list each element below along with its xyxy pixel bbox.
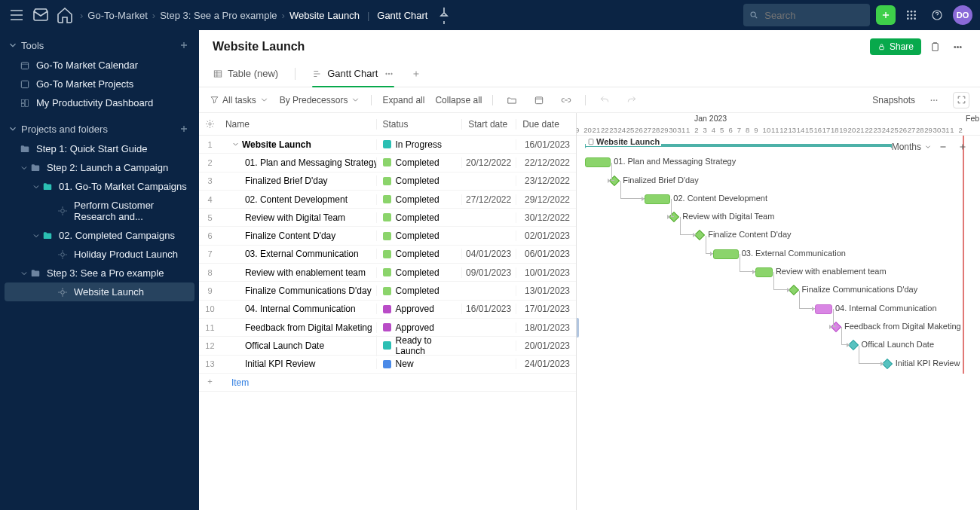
help-icon[interactable]	[927, 5, 947, 25]
sidebar-item-projects[interactable]: Go-To Market Projects	[0, 75, 199, 93]
search-input[interactable]	[743, 4, 870, 26]
start-date[interactable]: 16/01/2023	[461, 304, 516, 314]
task-name[interactable]: Initial KPI Review	[221, 359, 376, 369]
table-row[interactable]: 6Finalize Content D'dayCompleted02/01/20…	[199, 227, 576, 245]
add-item-row[interactable]: Item	[199, 374, 576, 392]
more-icon[interactable]	[948, 38, 966, 56]
gantt-milestone[interactable]	[694, 230, 705, 240]
sidebar-item-step3[interactable]: Step 3: See a Pro example	[0, 264, 199, 282]
task-name[interactable]: 03. External Communication	[221, 249, 376, 259]
task-name[interactable]: 04. Internal Communication	[221, 304, 376, 314]
task-status[interactable]: Approved	[376, 304, 462, 314]
table-row[interactable]: 8Review with enablement teamCompleted09/…	[199, 264, 576, 282]
task-status[interactable]: Ready to Launch	[376, 335, 462, 356]
table-row[interactable]: 1004. Internal CommunicationApproved16/0…	[199, 301, 576, 319]
sort-predecessors[interactable]: By Predecessors	[280, 95, 361, 105]
task-status[interactable]: Approved	[376, 322, 462, 333]
due-date[interactable]: 02/01/2023	[516, 231, 576, 241]
filter-tasks[interactable]: All tasks	[210, 95, 269, 105]
due-date[interactable]: 16/01/2023	[516, 139, 576, 150]
table-row[interactable]: 5Review with Digital TeamCompleted30/12/…	[199, 209, 576, 227]
sidebar-item-step2[interactable]: Step 2: Launch a Campaign	[0, 158, 199, 177]
expand-all[interactable]: Expand all	[382, 95, 424, 105]
table-row[interactable]: 11Feedback from Digital MaketingApproved…	[199, 319, 576, 337]
sidebar-item-campaigns[interactable]: 01. Go-To Market Campaigns	[0, 177, 199, 196]
sidebar-section-projects[interactable]: Projects and folders	[0, 118, 199, 139]
apps-icon[interactable]	[902, 5, 921, 25]
gantt-bar[interactable]	[585, 157, 611, 167]
task-name[interactable]: Offical Launch Date	[221, 341, 376, 351]
start-date[interactable]: 27/12/2022	[461, 194, 516, 205]
task-status[interactable]: Completed	[376, 267, 462, 278]
table-row[interactable]: 201. Plan and Messaging StrategyComplete…	[199, 154, 576, 172]
clipboard-icon[interactable]	[926, 38, 944, 56]
task-name[interactable]: Review with enablement team	[221, 267, 376, 278]
due-date[interactable]: 29/12/2022	[516, 194, 576, 205]
sidebar-item-step1[interactable]: Step 1: Quick Start Guide	[0, 139, 199, 158]
toolbar-more-icon[interactable]	[926, 92, 942, 108]
task-name[interactable]: Finalized Brief D'day	[221, 176, 376, 186]
gantt-bar[interactable]	[755, 267, 773, 277]
sidebar-item-completed-campaigns[interactable]: 02. Completed Campaigns	[0, 226, 199, 245]
table-row[interactable]: 703. External CommunicationCompleted04/0…	[199, 246, 576, 264]
inbox-icon[interactable]	[32, 6, 50, 24]
due-date[interactable]: 06/01/2023	[516, 249, 576, 259]
tab-more-icon[interactable]	[384, 69, 394, 79]
task-status[interactable]: Completed	[376, 212, 462, 223]
task-status[interactable]: Completed	[376, 157, 462, 168]
gantt-bar[interactable]	[815, 304, 832, 314]
tab-add[interactable]	[411, 60, 421, 87]
col-due[interactable]: Due date	[516, 119, 576, 130]
due-date[interactable]: 18/01/2023	[516, 322, 576, 333]
gantt-milestone[interactable]	[882, 358, 893, 368]
start-date[interactable]: 20/12/2022	[461, 157, 516, 168]
zoom-in-icon[interactable]	[954, 139, 971, 155]
collapse-all[interactable]: Collapse all	[435, 95, 482, 105]
undo-icon[interactable]	[596, 92, 613, 108]
table-row[interactable]: 12Offical Launch DateReady to Launch20/0…	[199, 337, 576, 355]
breadcrumb-1[interactable]: Go-To-Market	[87, 10, 147, 21]
gantt-bar[interactable]	[645, 194, 670, 204]
task-status[interactable]: New	[376, 359, 462, 369]
due-date[interactable]: 10/01/2023	[516, 267, 576, 278]
start-date[interactable]: 04/01/2023	[461, 249, 516, 259]
gantt-milestone[interactable]	[848, 340, 859, 350]
open-folder-icon[interactable]	[504, 92, 520, 108]
zoom-out-icon[interactable]	[935, 139, 951, 155]
table-row[interactable]: 3Finalized Brief D'dayCompleted23/12/202…	[199, 173, 576, 191]
create-button[interactable]	[876, 5, 896, 25]
table-row[interactable]: 402. Content DevelopmentCompleted27/12/2…	[199, 191, 576, 209]
add-tool-icon[interactable]	[178, 39, 190, 51]
task-name[interactable]: Feedback from Digital Maketing	[221, 322, 376, 333]
sidebar-item-website-launch[interactable]: Website Launch	[5, 282, 194, 301]
timescale-select[interactable]: Months	[892, 142, 921, 152]
pin-icon[interactable]	[435, 6, 453, 24]
home-icon[interactable]	[56, 6, 74, 24]
link-tool-icon[interactable]	[558, 92, 574, 108]
breadcrumb-2[interactable]: Step 3: See a Pro example	[160, 10, 277, 21]
task-name[interactable]: 01. Plan and Messaging Strategy	[221, 157, 376, 168]
gantt-bar[interactable]	[713, 249, 739, 259]
gantt-summary-label[interactable]: Website Launch	[586, 137, 661, 146]
table-row[interactable]: 1Website LaunchIn Progress16/01/2023	[199, 136, 576, 154]
due-date[interactable]: 22/12/2022	[516, 157, 576, 168]
task-name[interactable]: 02. Content Development	[221, 194, 376, 205]
sidebar-item-holiday-launch[interactable]: Holiday Product Launch	[0, 245, 199, 264]
due-date[interactable]: 13/01/2023	[516, 286, 576, 296]
due-date[interactable]: 17/01/2023	[516, 304, 576, 314]
due-date[interactable]: 24/01/2023	[516, 359, 576, 369]
calendar-tool-icon[interactable]	[531, 92, 547, 108]
sidebar-item-dashboard[interactable]: My Productivity Dashboard	[0, 93, 199, 112]
add-item-link[interactable]: Item	[231, 377, 249, 388]
task-name[interactable]: Finalize Content D'day	[221, 231, 376, 241]
tab-gantt[interactable]: Gantt Chart	[312, 60, 394, 87]
snapshots-button[interactable]: Snapshots	[872, 95, 915, 105]
col-name[interactable]: Name	[221, 119, 376, 130]
task-name[interactable]: Finalize Communications D'day	[221, 286, 376, 296]
sidebar-item-calendar[interactable]: Go-To Market Calendar	[0, 56, 199, 75]
due-date[interactable]: 20/01/2023	[516, 341, 576, 351]
due-date[interactable]: 30/12/2022	[516, 212, 576, 223]
col-status[interactable]: Status	[376, 119, 462, 130]
start-date[interactable]: 09/01/2023	[461, 267, 516, 278]
grid-settings-icon[interactable]	[199, 119, 221, 129]
